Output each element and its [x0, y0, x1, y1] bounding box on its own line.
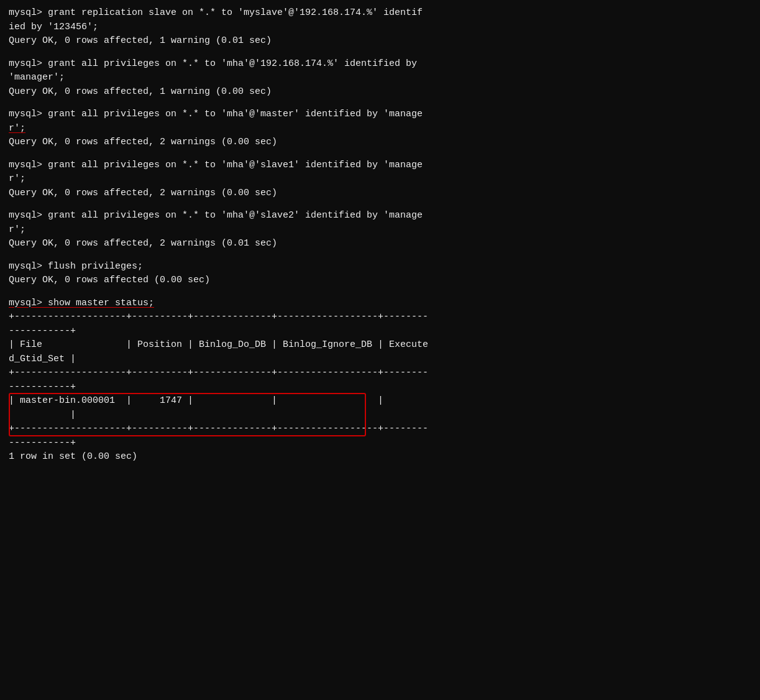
table-border-mid-1: +--------------------+----------+-------… — [9, 366, 751, 380]
row-count: 1 row in set (0.00 sec) — [9, 450, 751, 464]
line: Query OK, 0 rows affected (0.00 sec) — [9, 274, 751, 288]
show-master-command: mysql> show master status; — [9, 297, 751, 311]
underlined-text: r'; — [9, 123, 25, 134]
line: mysql> grant all privileges on *.* to 'm… — [9, 209, 751, 223]
terminal: mysql> grant replication slave on *.* to… — [9, 6, 751, 464]
line: Query OK, 0 rows affected, 2 warnings (0… — [9, 187, 751, 201]
table-border-top-2: -----------+ — [9, 325, 751, 339]
line: Query OK, 0 rows affected, 2 warnings (0… — [9, 237, 751, 251]
data-rows-container: | master-bin.000001 | 1747 | | | | — [9, 394, 751, 422]
line: r'; — [9, 122, 751, 136]
block-1: mysql> grant replication slave on *.* to… — [9, 6, 751, 48]
table-border-mid-2: -----------+ — [9, 380, 751, 395]
line: mysql> grant all privileges on *.* to 'm… — [9, 57, 751, 71]
line: mysql> flush privileges; — [9, 260, 751, 274]
table-border-top-1: +--------------------+----------+-------… — [9, 310, 751, 325]
block-5: mysql> grant all privileges on *.* to 'm… — [9, 209, 751, 251]
line: mysql> grant replication slave on *.* to… — [9, 6, 751, 21]
table-border-bot-1: +--------------------+----------+-------… — [9, 422, 751, 436]
show-master-status: mysql> show master status; +------------… — [9, 297, 751, 464]
block-4: mysql> grant all privileges on *.* to 'm… — [9, 159, 751, 201]
line: mysql> grant all privileges on *.* to 'm… — [9, 159, 751, 173]
line: Query OK, 0 rows affected, 2 warnings (0… — [9, 136, 751, 150]
table-data-row-1: | master-bin.000001 | 1747 | | | — [9, 394, 751, 408]
table-border-bot-2: -----------+ — [9, 436, 751, 451]
line: mysql> grant all privileges on *.* to 'm… — [9, 108, 751, 122]
line: Query OK, 0 rows affected, 1 warning (0.… — [9, 34, 751, 48]
block-2: mysql> grant all privileges on *.* to 'm… — [9, 57, 751, 99]
line: 'manager'; — [9, 71, 751, 85]
command-underlined: mysql> show master status; — [9, 298, 154, 308]
line: Query OK, 0 rows affected, 1 warning (0.… — [9, 85, 751, 99]
table-header-1: | File | Position | Binlog_Do_DB | Binlo… — [9, 338, 751, 352]
block-3: mysql> grant all privileges on *.* to 'm… — [9, 108, 751, 150]
line: r'; — [9, 172, 751, 187]
line: ied by '123456'; — [9, 21, 751, 35]
block-6: mysql> flush privileges; Query OK, 0 row… — [9, 260, 751, 288]
table-data-row-2: | — [9, 408, 751, 423]
line: r'; — [9, 223, 751, 237]
table-header-2: d_Gtid_Set | — [9, 352, 751, 367]
